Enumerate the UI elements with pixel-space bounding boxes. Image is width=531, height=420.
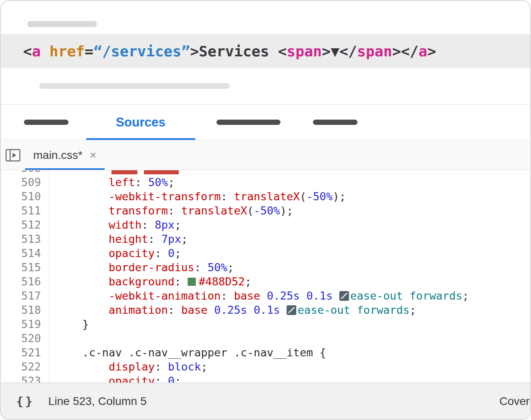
- color-swatch[interactable]: [188, 278, 196, 286]
- line-number[interactable]: 522: [1, 360, 41, 374]
- line-number[interactable]: 512: [1, 218, 41, 232]
- file-tab-bar: main.css* ×: [1, 140, 530, 170]
- breadcrumb-strip: [1, 68, 530, 105]
- tab-sources-label: Sources: [116, 115, 165, 130]
- element-banner: <a href=“/services”>Services <span>▼</sp…: [1, 34, 530, 68]
- line-number[interactable]: 519: [1, 317, 41, 331]
- line-number[interactable]: 523: [1, 374, 41, 383]
- status-bar: {} Line 523, Column 5 Coverage: [1, 383, 530, 419]
- file-tab-label: main.css*: [33, 149, 82, 162]
- navigator-panel-icon: [5, 149, 21, 162]
- line-number[interactable]: 509: [1, 175, 41, 189]
- redacted-tab[interactable]: [313, 120, 358, 125]
- code-line[interactable]: opacity: 0;: [56, 374, 530, 383]
- code-line[interactable]: animation: base 0.25s 0.1s ease-out forw…: [56, 303, 530, 317]
- code-line[interactable]: opacity: 0;: [56, 246, 530, 260]
- coverage-clip: Coverage: [499, 395, 530, 408]
- element-html-code: <a href=“/services”>Services <span>▼</sp…: [23, 43, 436, 60]
- tab-sources[interactable]: Sources: [86, 105, 195, 140]
- cubic-bezier-icon[interactable]: [287, 305, 296, 315]
- code-line[interactable]: -webkit-animation: base 0.25s 0.1s ease-…: [56, 289, 530, 303]
- code-lines: left: 50%; -webkit-transform: translateX…: [49, 170, 530, 383]
- line-number[interactable]: 514: [1, 246, 41, 260]
- cursor-position: Line 523, Column 5: [48, 395, 147, 408]
- code-editor[interactable]: 5085095105115125135145155165175185195205…: [1, 170, 530, 383]
- code-line[interactable]: border-radius: 50%;: [56, 260, 530, 274]
- code-line[interactable]: [56, 170, 530, 175]
- code-line[interactable]: display: block;: [56, 360, 530, 374]
- code-line[interactable]: left: 50%;: [56, 175, 530, 189]
- code-line[interactable]: width: 8px;: [56, 218, 530, 232]
- line-number[interactable]: 516: [1, 274, 41, 289]
- coverage-label: Coverage: [499, 395, 530, 407]
- line-number[interactable]: 520: [1, 331, 41, 345]
- redacted-content-bar: [39, 83, 230, 89]
- redacted-tab[interactable]: [24, 120, 69, 125]
- cubic-bezier-icon[interactable]: [339, 291, 349, 301]
- line-number[interactable]: 521: [1, 345, 41, 360]
- code-line[interactable]: }: [56, 317, 530, 331]
- top-strip: [1, 1, 530, 34]
- navigator-toggle-button[interactable]: [1, 140, 25, 170]
- devtools-window: <a href=“/services”>Services <span>▼</sp…: [0, 0, 531, 420]
- line-number[interactable]: 513: [1, 232, 41, 246]
- redacted-content-bar: [27, 21, 97, 27]
- line-number[interactable]: 511: [1, 204, 41, 218]
- file-tab-maincss[interactable]: main.css* ×: [25, 140, 105, 170]
- pretty-print-button[interactable]: {}: [16, 394, 34, 408]
- redacted-tab[interactable]: [216, 120, 280, 125]
- line-number[interactable]: 518: [1, 303, 41, 317]
- line-number[interactable]: 515: [1, 260, 41, 274]
- clipped-code-fragment: [144, 170, 179, 174]
- clipped-code-fragment: [111, 170, 137, 174]
- code-line[interactable]: -webkit-transform: translateX(-50%);: [56, 189, 530, 204]
- line-number-gutter: 5085095105115125135145155165175185195205…: [1, 170, 49, 383]
- code-line[interactable]: background: #488D52;: [56, 274, 530, 289]
- code-line[interactable]: transform: translateX(-50%);: [56, 204, 530, 218]
- line-number[interactable]: 517: [1, 289, 41, 303]
- code-line[interactable]: [56, 331, 530, 345]
- code-line[interactable]: .c-nav .c-nav__wrapper .c-nav__item {: [56, 345, 530, 360]
- line-number[interactable]: 508: [1, 170, 41, 175]
- code-line[interactable]: height: 7px;: [56, 232, 530, 246]
- close-icon[interactable]: ×: [90, 150, 96, 161]
- line-number[interactable]: 510: [1, 189, 41, 204]
- devtools-panel-tabs: Sources: [1, 105, 530, 140]
